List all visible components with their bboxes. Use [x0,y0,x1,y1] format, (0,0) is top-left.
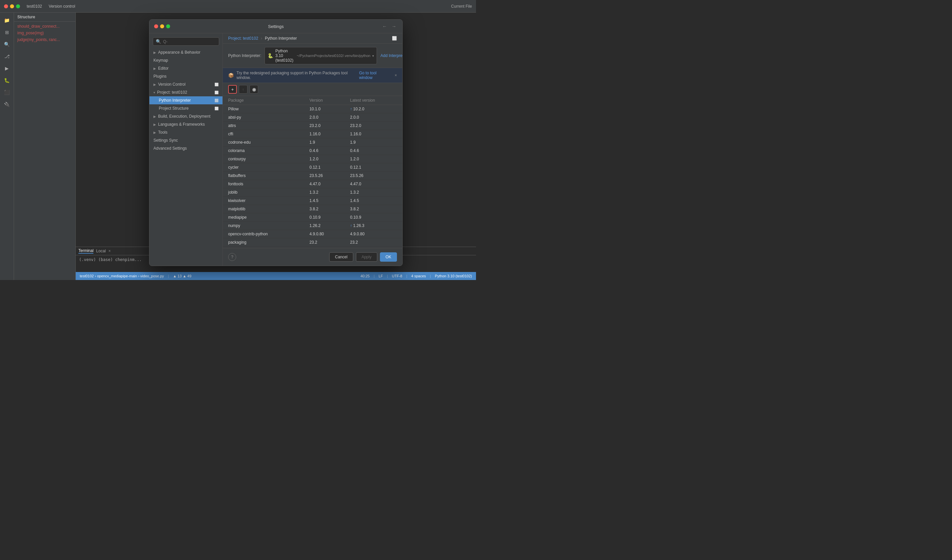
py-interp-icon: ⬜ [215,99,218,102]
table-row[interactable]: Pillow10.1.0↑ 10.2.0 [223,105,402,113]
cell-latest: 3.8.2 [345,205,402,213]
nav-item-advanced-settings[interactable]: Advanced Settings [150,144,223,152]
interpreter-label: Python Interpreter: [228,53,261,58]
cell-latest: 23.2.0 [345,122,402,130]
traffic-lights[interactable] [4,4,20,8]
cell-version: 4.47.0 [304,180,345,188]
cell-version: 1.2.0 [304,155,345,164]
chevron-down-icon: ▾ [372,54,374,58]
table-row[interactable]: kiwisolver1.4.51.4.5 [223,197,402,205]
nav-item-languages[interactable]: ▶ Languages & Frameworks [150,120,223,128]
search-icon: 🔍 [156,39,161,44]
table-row[interactable]: matplotlib3.8.23.8.2 [223,205,402,213]
dialog-maximize-button[interactable] [166,24,170,28]
upload-package-button[interactable]: ↑ [239,85,247,94]
arrow-icon: ▶ [153,51,156,54]
table-row[interactable]: colorama0.4.60.4.6 [223,147,402,155]
nav-item-label: Tools [158,130,167,135]
package-table-container: Package Version Latest version Pillow10.… [223,96,402,248]
table-row[interactable]: cffi1.16.01.16.0 [223,130,402,138]
cancel-button[interactable]: Cancel [329,252,353,262]
table-row[interactable]: codrone-edu1.91.9 [223,138,402,147]
cell-package: fonttools [223,180,304,188]
go-to-tool-window-link[interactable]: Go to tool window [359,71,389,80]
settings-search-box[interactable]: 🔍 [153,37,219,46]
dialog-traffic-lights[interactable] [154,24,170,28]
interpreter-row: Python Interpreter: 🐍 Python 3.10 (test0… [223,44,402,68]
nav-item-version-control[interactable]: ▶ Version Control ⬜ [150,80,223,88]
cell-package: packaging [223,238,304,247]
cell-version: 23.5.26 [304,172,345,180]
table-row[interactable]: fonttools4.47.04.47.0 [223,180,402,188]
table-row[interactable]: joblib1.3.21.3.2 [223,188,402,197]
nav-item-settings-sync[interactable]: Settings Sync [150,136,223,144]
close-button[interactable] [4,4,8,8]
structure-icon-btn[interactable]: ⊞ [2,27,12,37]
cell-package: cffi [223,130,304,138]
maximize-button[interactable] [16,4,20,8]
dialog-footer: ? Cancel Apply OK [223,248,402,266]
table-row[interactable]: attrs23.2.023.2.0 [223,122,402,130]
structure-items: should_draw_connect... img_pose(img) jud… [14,22,76,44]
minimize-button[interactable] [10,4,14,8]
add-interpreter-button[interactable]: Add Interpreter ▾ [380,53,402,58]
structure-item-2[interactable]: img_pose(img) [14,30,76,36]
cell-version: 3.8.2 [304,205,345,213]
nav-item-editor[interactable]: ▶ Editor [150,64,223,73]
project-name: test0102 [27,4,42,9]
cell-version: 4.9.0.80 [304,230,345,238]
nav-item-project-structure[interactable]: Project Structure ⬜ [150,104,223,112]
cell-package: joblib [223,188,304,197]
col-package: Package [223,96,304,105]
dialog-title: Settings [268,24,284,29]
nav-forward-button[interactable]: → [390,23,398,30]
breadcrumb-parent[interactable]: Project: test0102 [228,36,258,41]
cell-version: 1.4.5 [304,197,345,205]
nav-back-button[interactable]: ← [381,23,388,30]
table-row[interactable]: absl-py2.0.02.0.0 [223,113,402,122]
nav-item-plugins[interactable]: Plugins [150,73,223,80]
terminal-icon-btn[interactable]: ⬛ [2,87,12,97]
cell-latest: 1.2.0 [345,155,402,164]
dialog-header: Settings ← → [150,20,402,33]
dialog-minimize-button[interactable] [160,24,164,28]
close-banner-button[interactable]: × [395,73,397,78]
run-icon-btn[interactable]: ▶ [2,63,12,73]
cell-latest: 4.9.0.80 [345,230,402,238]
debug-icon-btn[interactable]: 🐛 [2,75,12,85]
structure-item-1[interactable]: should_draw_connect... [14,23,76,30]
table-row[interactable]: numpy1.26.2↑ 1.26.3 [223,222,402,230]
table-row[interactable]: contourpy1.2.01.2.0 [223,155,402,164]
cell-version: 1.3.2 [304,188,345,197]
help-button[interactable]: ? [228,253,236,261]
nav-item-python-interpreter[interactable]: Python Interpreter ⬜ [150,96,223,104]
cell-version: 23.2.0 [304,122,345,130]
table-row[interactable]: flatbuffers23.5.2623.5.26 [223,172,402,180]
nav-item-keymap[interactable]: Keymap [150,56,223,64]
nav-item-build[interactable]: ▶ Build, Execution, Deployment [150,112,223,120]
table-row[interactable]: opencv-contrib-python4.9.0.804.9.0.80 [223,230,402,238]
nav-item-tools[interactable]: ▶ Tools [150,128,223,136]
search-icon-btn[interactable]: 🔍 [2,39,12,49]
add-package-button[interactable]: + [228,85,237,94]
plugins-icon-btn[interactable]: 🔌 [2,99,12,110]
breadcrumb-separator: › [261,36,262,41]
dialog-close-button[interactable] [154,24,158,28]
show-options-button[interactable]: ◉ [249,85,258,94]
nav-item-project[interactable]: ▾ Project: test0102 ⬜ [150,88,223,96]
apply-button[interactable]: Apply [356,252,377,262]
settings-search-input[interactable] [163,39,216,44]
folder-icon-btn[interactable]: 📁 [2,15,12,25]
package-toolbar: + ↑ ◉ [223,83,402,96]
interpreter-select[interactable]: 🐍 Python 3.10 (test0102) ~/PycharmProjec… [264,47,377,64]
table-row[interactable]: cycler0.12.10.12.1 [223,164,402,172]
table-row[interactable]: mediapipe0.10.90.10.9 [223,213,402,222]
cell-package: absl-py [223,113,304,122]
nav-item-label: Build, Execution, Deployment [158,114,210,119]
version-control-label: Version control [49,4,75,9]
structure-item-3[interactable]: judge(my_points, ranc... [14,36,76,43]
ok-button[interactable]: OK [380,252,397,262]
nav-item-appearance[interactable]: ▶ Appearance & Behavior [150,48,223,56]
table-row[interactable]: packaging23.223.2 [223,238,402,247]
git-icon-btn[interactable]: ⎇ [2,51,12,61]
